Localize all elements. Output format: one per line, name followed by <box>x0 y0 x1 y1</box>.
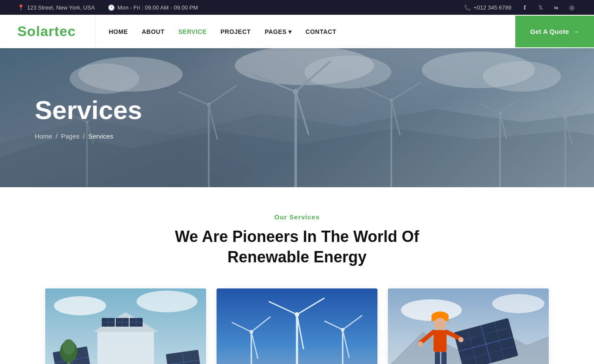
svg-point-84 <box>492 294 544 313</box>
main-nav: HOME ABOUT SERVICE PROJECT PAGES ▾ CONTA… <box>96 16 515 47</box>
linkedin-link[interactable]: in <box>551 3 561 12</box>
site-logo: Solartec <box>17 23 76 39</box>
service-card-1-image <box>45 288 206 364</box>
services-heading-line1: We Are Pioneers In The World Of <box>175 228 419 245</box>
svg-point-41 <box>137 291 197 312</box>
services-heading-line2: Renewable Energy <box>227 248 367 266</box>
nav-contact[interactable]: CONTACT <box>306 16 337 47</box>
address-item: 📍 123 Street, New York, USA <box>17 4 95 11</box>
logo-wrap: Solartec <box>0 15 96 48</box>
twitter-icon: 𝕏 <box>538 4 543 11</box>
solar-worker-illustration <box>388 288 549 364</box>
svg-rect-42 <box>97 332 154 364</box>
cta-label: Get A Quote <box>530 28 569 35</box>
clock-icon: 🕐 <box>108 4 115 11</box>
nav-service[interactable]: SERVICE <box>178 16 207 47</box>
pin-icon: 📍 <box>17 4 24 11</box>
svg-rect-96 <box>434 330 447 352</box>
instagram-link[interactable]: ◎ <box>567 3 577 12</box>
service-card-1 <box>45 288 206 364</box>
svg-line-16 <box>209 85 237 105</box>
facebook-icon: f <box>524 4 526 11</box>
twitter-link[interactable]: 𝕏 <box>536 3 545 12</box>
service-card-3-image <box>388 288 549 364</box>
svg-point-61 <box>63 339 75 355</box>
services-tag: Our Services <box>35 213 559 221</box>
arrow-right-icon: → <box>573 28 579 35</box>
svg-line-21 <box>391 82 421 100</box>
phone-item: 📞 +012 345 6789 <box>464 4 511 11</box>
address-text: 123 Street, New York, USA <box>27 4 95 11</box>
services-heading: We Are Pioneers In The World Of Renewabl… <box>145 227 449 268</box>
svg-rect-100 <box>441 352 447 364</box>
svg-line-35 <box>547 109 565 118</box>
svg-line-31 <box>500 99 518 113</box>
nav-pages[interactable]: PAGES ▾ <box>265 28 292 35</box>
breadcrumb: Home / Pages / Services <box>35 132 142 140</box>
phone-number: +012 345 6789 <box>474 4 511 11</box>
services-section: Our Services We Are Pioneers In The Worl… <box>0 187 594 364</box>
linkedin-icon: in <box>554 5 558 10</box>
hours-item: 🕐 Mon - Fri : 09.00 AM - 09.00 PM <box>108 4 198 11</box>
svg-line-30 <box>481 104 500 113</box>
breadcrumb-pages[interactable]: Pages <box>61 132 80 140</box>
nav-project[interactable]: PROJECT <box>220 16 251 47</box>
hero-banner: Services Home / Pages / Services <box>0 48 594 187</box>
hero-title: Services <box>35 96 142 125</box>
service-card-3 <box>388 288 549 364</box>
top-bar: 📍 123 Street, New York, USA 🕐 Mon - Fri … <box>0 0 594 15</box>
breadcrumb-current: Services <box>88 132 113 140</box>
svg-rect-99 <box>435 352 440 364</box>
breadcrumb-sep-1: / <box>56 132 57 140</box>
service-card-2 <box>217 288 377 364</box>
get-quote-button[interactable]: Get A Quote → <box>515 16 594 47</box>
facebook-link[interactable]: f <box>520 3 530 12</box>
hours-text: Mon - Fri : 09.00 AM - 09.00 PM <box>117 4 198 11</box>
instagram-icon: ◎ <box>569 4 574 11</box>
breadcrumb-home[interactable]: Home <box>35 132 52 140</box>
social-icons: f 𝕏 in ◎ <box>520 3 577 12</box>
service-card-2-image <box>217 288 377 364</box>
nav-about[interactable]: ABOUT <box>142 16 164 47</box>
service-cards-row <box>35 288 559 364</box>
svg-line-15 <box>178 92 209 105</box>
svg-point-1 <box>70 63 139 94</box>
svg-point-40 <box>54 296 106 315</box>
solar-panels-illustration <box>45 288 206 364</box>
svg-line-20 <box>361 86 391 100</box>
phone-icon: 📞 <box>464 4 471 11</box>
hero-content: Services Home / Pages / Services <box>0 96 177 140</box>
header: Solartec HOME ABOUT SERVICE PROJECT PAGE… <box>0 15 594 48</box>
svg-point-95 <box>434 318 446 330</box>
svg-point-101 <box>418 341 423 347</box>
svg-point-5 <box>483 61 561 92</box>
chevron-down-icon: ▾ <box>288 28 292 35</box>
pages-label: PAGES <box>265 28 287 35</box>
top-bar-right: 📞 +012 345 6789 f 𝕏 in ◎ <box>464 3 577 12</box>
top-bar-left: 📍 123 Street, New York, USA 🕐 Mon - Fri … <box>17 4 198 11</box>
breadcrumb-sep-2: / <box>83 132 85 140</box>
wind-turbines-illustration <box>217 288 377 364</box>
nav-home[interactable]: HOME <box>109 16 128 47</box>
svg-point-83 <box>401 299 462 321</box>
svg-point-102 <box>458 337 464 342</box>
